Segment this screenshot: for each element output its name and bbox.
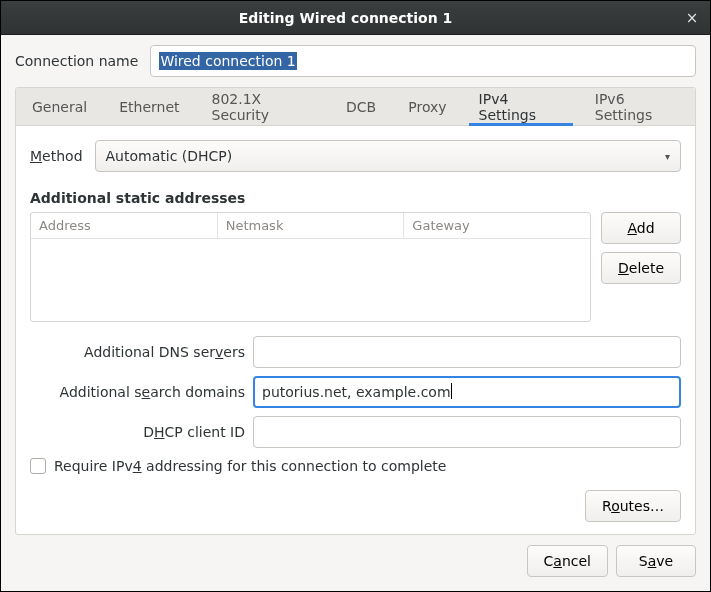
search-domains-input[interactable]: putorius.net, example.com (253, 376, 681, 408)
notebook: General Ethernet 802.1X Security DCB Pro… (15, 87, 696, 535)
require-ipv4-checkbox[interactable] (30, 458, 46, 474)
tab-8021x[interactable]: 802.1X Security (196, 88, 331, 125)
method-value: Automatic (DHCP) (106, 148, 233, 164)
dhcp-client-id-input[interactable] (253, 416, 681, 448)
col-gateway[interactable]: Gateway (404, 213, 590, 238)
dialog-window: Editing Wired connection 1 × Connection … (0, 0, 711, 592)
dns-input[interactable] (253, 336, 681, 368)
tab-ipv6[interactable]: IPv6 Settings (579, 88, 695, 125)
tab-bar: General Ethernet 802.1X Security DCB Pro… (16, 88, 695, 126)
require-ipv4-label: Require IPv4 addressing for this connect… (54, 458, 446, 474)
addresses-buttons: Add Delete (601, 212, 681, 322)
text-caret (451, 383, 452, 399)
routes-row: Routes… (30, 490, 681, 522)
addresses-table[interactable]: Address Netmask Gateway (30, 212, 591, 322)
dialog-footer: Cancel Save (1, 535, 710, 591)
window-title: Editing Wired connection 1 (9, 10, 682, 26)
save-button[interactable]: Save (616, 545, 696, 577)
additional-addresses-header: Additional static addresses (30, 190, 681, 206)
add-button[interactable]: Add (601, 212, 681, 244)
dhcp-client-id-label: DHCP client ID (30, 424, 245, 440)
content-area: Connection name Wired connection 1 Gener… (1, 35, 710, 535)
method-combo[interactable]: Automatic (DHCP) ▾ (95, 140, 681, 172)
method-label: Method (30, 148, 83, 164)
dns-label: Additional DNS servers (30, 344, 245, 360)
connection-name-value: Wired connection 1 (159, 52, 296, 70)
col-netmask[interactable]: Netmask (218, 213, 405, 238)
ipv4-page: Method Automatic (DHCP) ▾ Additional sta… (16, 126, 695, 534)
routes-button[interactable]: Routes… (585, 490, 681, 522)
method-row: Method Automatic (DHCP) ▾ (30, 140, 681, 172)
close-icon[interactable]: × (682, 8, 702, 28)
titlebar: Editing Wired connection 1 × (1, 1, 710, 35)
tab-ipv4[interactable]: IPv4 Settings (463, 88, 579, 125)
delete-button[interactable]: Delete (601, 252, 681, 284)
tab-general[interactable]: General (16, 88, 103, 125)
connection-name-input[interactable]: Wired connection 1 (150, 45, 696, 77)
search-label: Additional search domains (30, 384, 245, 400)
col-address[interactable]: Address (31, 213, 218, 238)
connection-name-row: Connection name Wired connection 1 (15, 45, 696, 77)
tab-dcb[interactable]: DCB (330, 88, 392, 125)
addresses-header-row: Address Netmask Gateway (31, 213, 590, 239)
connection-name-label: Connection name (15, 53, 138, 69)
form-grid: Additional DNS servers Additional search… (30, 336, 681, 448)
addresses-area: Address Netmask Gateway Add Delete (30, 212, 681, 322)
tab-proxy[interactable]: Proxy (392, 88, 462, 125)
tab-ethernet[interactable]: Ethernet (103, 88, 195, 125)
require-ipv4-row[interactable]: Require IPv4 addressing for this connect… (30, 458, 681, 474)
chevron-down-icon: ▾ (665, 151, 670, 162)
cancel-button[interactable]: Cancel (527, 545, 608, 577)
